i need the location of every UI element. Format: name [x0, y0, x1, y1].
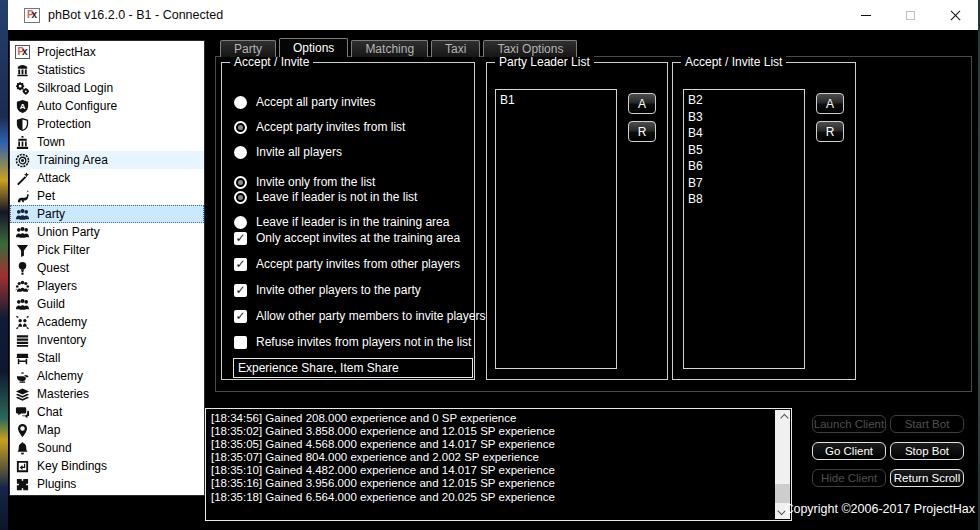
checkbox-allow-other-party-members-to-invite[interactable]: Allow other party members to invite play… — [234, 309, 485, 323]
go-client-button[interactable]: Go Client — [812, 442, 886, 460]
sidebar-item-alchemy[interactable]: Alchemy — [10, 367, 204, 385]
list-item[interactable]: B5 — [688, 142, 804, 159]
radio-invite-all-players[interactable]: Invite all players — [234, 145, 449, 159]
list-item[interactable]: B2 — [688, 92, 804, 109]
party-people-icon — [14, 206, 31, 222]
sidebar-item-chat[interactable]: Chat — [10, 403, 204, 421]
sidebar-item-players[interactable]: Players — [10, 277, 204, 295]
sidebar-item-projecthax[interactable]: PxProjectHax — [10, 43, 204, 61]
sidebar-item-pick-filter[interactable]: Pick Filter — [10, 241, 204, 259]
svg-text:A: A — [20, 102, 26, 111]
minimize-icon — [861, 15, 871, 16]
list-item[interactable]: B4 — [688, 125, 804, 142]
sidebar-item-auto-configure[interactable]: AAuto Configure — [10, 97, 204, 115]
sidebar-nav: PxProjectHax Statistics Silkroad Login A… — [9, 40, 205, 496]
sidebar-item-attack[interactable]: Attack — [10, 169, 204, 187]
radio-accept-all-party-invites[interactable]: Accept all party invites — [234, 95, 449, 109]
radio-icon — [234, 121, 247, 134]
log-line: [18:35:07] Gained 804.000 experience and… — [211, 451, 771, 464]
list-item[interactable]: B3 — [688, 109, 804, 126]
guild-icon — [14, 296, 31, 312]
list-item[interactable]: B6 — [688, 158, 804, 175]
radio-leave-if-leader-not-in-list[interactable]: Leave if leader is not in the list — [234, 190, 449, 204]
gears-icon — [14, 80, 31, 96]
sidebar-item-quest[interactable]: Quest — [10, 259, 204, 277]
tab-taxi-options[interactable]: Taxi Options — [483, 40, 577, 57]
sidebar-item-inventory[interactable]: Inventory — [10, 331, 204, 349]
auto-configure-shield-icon: A — [14, 98, 31, 114]
funnel-icon — [14, 242, 31, 258]
sidebar-item-map[interactable]: Map — [10, 421, 204, 439]
accept-invite-remove-button[interactable]: R — [816, 121, 844, 142]
sidebar-item-key-bindings[interactable]: Key Bindings — [10, 457, 204, 475]
log-line: [18:35:02] Gained 3.858.000 experience a… — [211, 425, 771, 438]
sidebar-item-statistics[interactable]: Statistics — [10, 61, 204, 79]
launch-client-button: Launch Client — [812, 415, 886, 433]
bell-icon — [14, 440, 31, 456]
accept-invite-group: Accept / Invite Accept all party invites… — [221, 62, 475, 380]
town-building-icon — [14, 134, 31, 150]
sword-icon — [14, 170, 31, 186]
close-button[interactable] — [933, 0, 978, 30]
sidebar-item-silkroad-login[interactable]: Silkroad Login — [10, 79, 204, 97]
sidebar-item-union-party[interactable]: Union Party — [10, 223, 204, 241]
sidebar-item-sound[interactable]: Sound — [10, 439, 204, 457]
log-line: [18:35:10] Gained 4.482.000 experience a… — [211, 464, 771, 477]
hide-client-button: Hide Client — [812, 469, 886, 487]
tab-party[interactable]: Party — [220, 40, 276, 57]
sidebar-item-pet[interactable]: Pet — [10, 187, 204, 205]
sidebar-item-guild[interactable]: Guild — [10, 295, 204, 313]
sidebar-item-protection[interactable]: Protection — [10, 115, 204, 133]
party-leader-list-group: Party Leader List B1 A R — [486, 62, 668, 380]
tab-matching[interactable]: Matching — [351, 40, 428, 57]
party-leader-list-title: Party Leader List — [495, 55, 594, 69]
list-item[interactable]: B1 — [500, 92, 616, 109]
accept-invite-listbox[interactable]: B2 B3 B4 B5 B6 B7 B8 — [683, 89, 805, 369]
puzzle-icon — [14, 476, 31, 492]
stall-icon — [14, 350, 31, 366]
sidebar-item-plugins[interactable]: Plugins — [10, 475, 204, 493]
radio-invite-only-from-list[interactable]: Invite only from the list — [234, 175, 449, 189]
radio-icon — [234, 96, 247, 109]
checkbox-refuse-invites-from-players-not-in-list[interactable]: Refuse invites from players not in the l… — [234, 335, 485, 349]
radio-accept-party-invites-from-list[interactable]: Accept party invites from list — [234, 120, 449, 134]
scroll-up-button[interactable] — [775, 410, 790, 426]
tab-options[interactable]: Options — [279, 38, 348, 57]
sidebar-item-stall[interactable]: Stall — [10, 349, 204, 367]
party-leader-add-button[interactable]: A — [628, 93, 656, 114]
log-line: [18:35:16] Gained 3.956.000 experience a… — [211, 477, 771, 490]
sidebar-item-town[interactable]: Town — [10, 133, 204, 151]
checkbox-icon — [234, 258, 247, 271]
stop-bot-button[interactable]: Stop Bot — [890, 442, 964, 460]
window-title: phBot v16.2.0 - B1 - Connected — [48, 8, 223, 22]
players-icon — [14, 278, 31, 294]
desktop-edge-left — [0, 0, 8, 530]
tab-taxi[interactable]: Taxi — [431, 40, 480, 57]
target-icon — [14, 152, 31, 168]
radio-leave-if-leader-in-training-area[interactable]: Leave if leader is in the training area — [234, 215, 449, 229]
party-leader-listbox[interactable]: B1 — [495, 89, 617, 369]
checkbox-icon — [234, 336, 247, 349]
projecthax-logo-icon: Px — [24, 8, 40, 23]
return-scroll-button[interactable]: Return Scroll — [890, 469, 964, 487]
phbot-window: Px phBot v16.2.0 - B1 - Connected PxProj… — [0, 0, 980, 530]
party-leader-remove-button[interactable]: R — [628, 121, 656, 142]
chat-bubbles-icon — [14, 404, 31, 420]
sidebar-item-training-area[interactable]: Training Area — [10, 151, 204, 169]
shield-icon — [14, 116, 31, 132]
maximize-button — [888, 0, 933, 30]
projecthax-icon: Px — [14, 44, 31, 60]
accept-invite-add-button[interactable]: A — [816, 93, 844, 114]
list-item[interactable]: B7 — [688, 175, 804, 192]
share-settings-dropdown[interactable]: Experience Share, Item Share — [233, 358, 473, 378]
minimize-button[interactable] — [843, 0, 888, 30]
sidebar-item-academy[interactable]: Academy — [10, 313, 204, 331]
sidebar-item-party[interactable]: Party — [10, 205, 204, 223]
checkbox-accept-party-invites-from-other-players[interactable]: Accept party invites from other players — [234, 257, 485, 271]
list-item[interactable]: B8 — [688, 191, 804, 208]
close-icon — [950, 10, 961, 21]
sidebar-item-masteries[interactable]: Masteries — [10, 385, 204, 403]
checkbox-invite-other-players-to-party[interactable]: Invite other players to the party — [234, 283, 485, 297]
map-pin-icon — [14, 422, 31, 438]
checkbox-only-accept-invites-at-training-area[interactable]: Only accept invites at the training area — [234, 231, 485, 245]
